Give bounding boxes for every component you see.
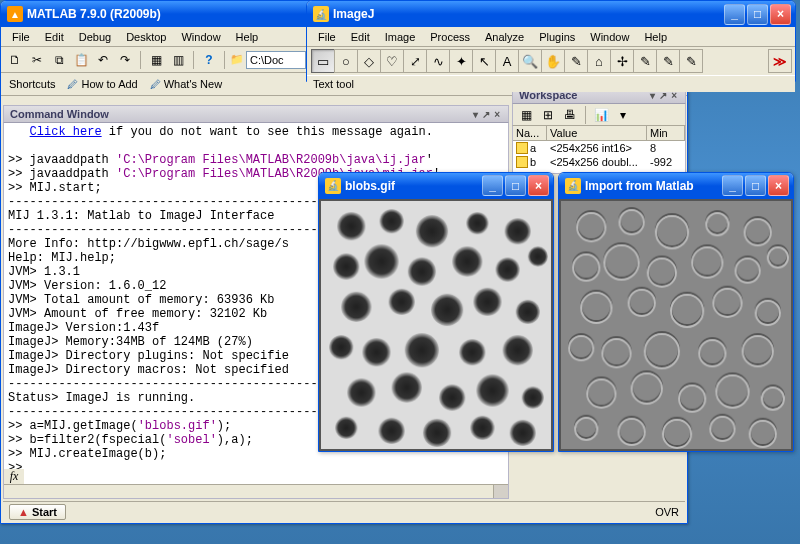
image-icon: 🔬 — [565, 178, 581, 194]
maximize-button[interactable]: □ — [747, 4, 768, 25]
import-window: 🔬 Import from Matlab _ □ × — [558, 172, 794, 452]
guide-icon[interactable]: ▥ — [168, 50, 188, 70]
command-window-title[interactable]: Command Window ▾↗× — [3, 105, 509, 123]
ij-menu-plugins[interactable]: Plugins — [532, 29, 582, 45]
ij-tool-1[interactable]: ○ — [334, 49, 358, 73]
ij-tool-4[interactable]: ⤢ — [403, 49, 427, 73]
ws-print-icon[interactable]: 🖶 — [560, 105, 580, 125]
ws-col-min[interactable]: Min — [647, 126, 685, 140]
menu-file[interactable]: File — [5, 29, 37, 45]
panel-menu-icon[interactable]: ▾ — [471, 109, 480, 120]
cut-icon[interactable]: ✂ — [27, 50, 47, 70]
new-icon[interactable]: 🗋 — [5, 50, 25, 70]
ij-tool-14[interactable]: ✎ — [633, 49, 657, 73]
ij-tool-3[interactable]: ♡ — [380, 49, 404, 73]
panel-close-icon[interactable]: × — [492, 109, 502, 120]
menu-desktop[interactable]: Desktop — [119, 29, 173, 45]
import-canvas-area[interactable] — [559, 199, 793, 451]
ij-tool-17[interactable]: ≫ — [768, 49, 792, 73]
ij-menu-image[interactable]: Image — [378, 29, 423, 45]
blobs-titlebar[interactable]: 🔬 blobs.gif _ □ × — [319, 173, 553, 199]
shortcut-howto[interactable]: 🖉How to Add — [63, 77, 141, 91]
matlab-title: MATLAB 7.9.0 (R2009b) — [27, 7, 161, 21]
ij-tool-13[interactable]: ✢ — [610, 49, 634, 73]
blobs-canvas — [321, 201, 551, 449]
blobs-title: blobs.gif — [345, 179, 395, 193]
matlab-icon: ▲ — [7, 6, 23, 22]
ij-menu-window[interactable]: Window — [583, 29, 636, 45]
ij-tool-9[interactable]: 🔍 — [518, 49, 542, 73]
workspace-toolbar: ▦ ⊞ 🖶 📊 ▾ — [512, 104, 686, 126]
imagej-icon: 🔬 — [313, 6, 329, 22]
ij-tool-10[interactable]: ✋ — [541, 49, 565, 73]
imagej-window: 🔬 ImageJ _ □ × File Edit Image Process A… — [306, 0, 796, 82]
fx-icon[interactable]: fx — [4, 469, 24, 484]
var-icon — [516, 142, 528, 154]
shortcut-whatsnew[interactable]: 🖉What's New — [146, 77, 226, 91]
ij-tool-2[interactable]: ◇ — [357, 49, 381, 73]
matlab-statusbar: ▲Start OVR — [3, 501, 685, 521]
ij-menu-file[interactable]: File — [311, 29, 343, 45]
ws-new-icon[interactable]: ▦ — [516, 105, 536, 125]
status-ovr: OVR — [655, 506, 679, 518]
close-button[interactable]: × — [768, 175, 789, 196]
ij-tool-8[interactable]: A — [495, 49, 519, 73]
ws-plot-icon[interactable]: 📊 — [591, 105, 611, 125]
minimize-button[interactable]: _ — [724, 4, 745, 25]
minimize-button[interactable]: _ — [722, 175, 743, 196]
ij-tool-7[interactable]: ↖ — [472, 49, 496, 73]
import-titlebar[interactable]: 🔬 Import from Matlab _ □ × — [559, 173, 793, 199]
menu-debug[interactable]: Debug — [72, 29, 118, 45]
ws-col-name[interactable]: Na... — [513, 126, 547, 140]
redo-icon[interactable]: ↷ — [115, 50, 135, 70]
import-canvas — [561, 201, 791, 449]
menu-window[interactable]: Window — [174, 29, 227, 45]
ws-plot-dd-icon[interactable]: ▾ — [613, 105, 633, 125]
workspace-body[interactable]: Na... Value Min a <254x256 int16> 8 b <2… — [512, 126, 686, 174]
current-folder-input[interactable] — [246, 51, 306, 69]
ws-col-value[interactable]: Value — [547, 126, 647, 140]
minimize-button[interactable]: _ — [482, 175, 503, 196]
ws-open-icon[interactable]: ⊞ — [538, 105, 558, 125]
imagej-toolbar: ▭○◇♡⤢∿✦↖A🔍✋✎⌂✢✎✎✎≫ — [307, 47, 795, 75]
close-button[interactable]: × — [770, 4, 791, 25]
blobs-canvas-area[interactable] — [319, 199, 553, 451]
ij-tool-5[interactable]: ∿ — [426, 49, 450, 73]
ij-menu-help[interactable]: Help — [637, 29, 674, 45]
ij-tool-6[interactable]: ✦ — [449, 49, 473, 73]
maximize-button[interactable]: □ — [745, 175, 766, 196]
ij-tool-12[interactable]: ⌂ — [587, 49, 611, 73]
var-icon — [516, 156, 528, 168]
maximize-button[interactable]: □ — [505, 175, 526, 196]
ij-tool-15[interactable]: ✎ — [656, 49, 680, 73]
ij-menu-analyze[interactable]: Analyze — [478, 29, 531, 45]
ij-menu-edit[interactable]: Edit — [344, 29, 377, 45]
command-hscroll[interactable] — [4, 484, 508, 498]
import-title: Import from Matlab — [585, 179, 694, 193]
ws-row-a[interactable]: a <254x256 int16> 8 — [513, 141, 685, 155]
ij-menu-process[interactable]: Process — [423, 29, 477, 45]
start-button[interactable]: ▲Start — [9, 504, 66, 520]
panel-undock-icon[interactable]: ↗ — [480, 109, 492, 120]
copy-icon[interactable]: ⧉ — [49, 50, 69, 70]
help-icon[interactable]: ? — [199, 50, 219, 70]
menu-help[interactable]: Help — [229, 29, 266, 45]
imagej-title: ImageJ — [333, 7, 374, 21]
imagej-titlebar[interactable]: 🔬 ImageJ _ □ × — [307, 1, 795, 27]
ws-row-b[interactable]: b <254x256 doubl... -992 — [513, 155, 685, 169]
curdir-icon: 📁 — [230, 53, 244, 66]
ij-tool-11[interactable]: ✎ — [564, 49, 588, 73]
imagej-menubar: File Edit Image Process Analyze Plugins … — [307, 27, 795, 47]
paste-icon[interactable]: 📋 — [71, 50, 91, 70]
close-button[interactable]: × — [528, 175, 549, 196]
ij-tool-16[interactable]: ✎ — [679, 49, 703, 73]
undo-icon[interactable]: ↶ — [93, 50, 113, 70]
ij-tool-0[interactable]: ▭ — [311, 49, 335, 73]
shortcuts-label: Shortcuts — [5, 77, 59, 91]
image-icon: 🔬 — [325, 178, 341, 194]
imagej-status: Text tool — [307, 75, 795, 92]
workspace-panel: Workspace ▾↗× ▦ ⊞ 🖶 📊 ▾ Na... Value Min … — [512, 86, 686, 174]
menu-edit[interactable]: Edit — [38, 29, 71, 45]
simulink-icon[interactable]: ▦ — [146, 50, 166, 70]
blobs-window: 🔬 blobs.gif _ □ × — [318, 172, 554, 452]
